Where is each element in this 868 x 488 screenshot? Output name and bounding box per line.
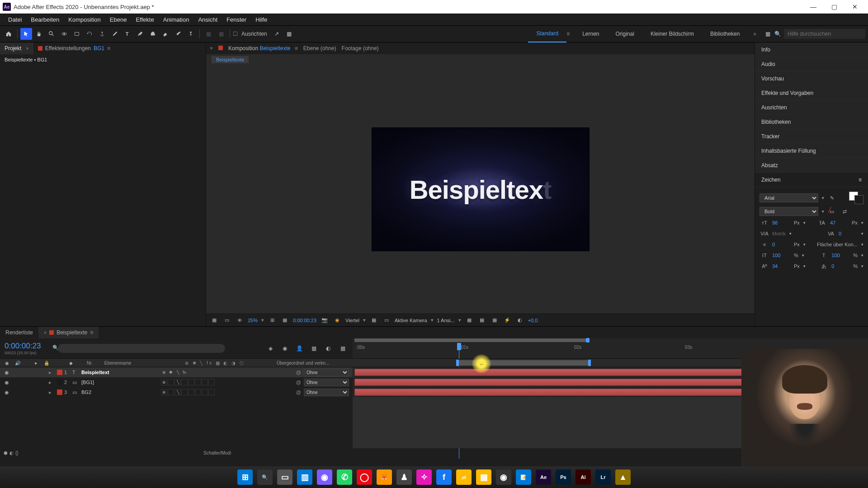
- taskbar-app[interactable]: 📁: [456, 469, 472, 485]
- font-weight-select[interactable]: Bold: [760, 207, 818, 216]
- taskbar-app[interactable]: ✆: [337, 469, 352, 485]
- panel-menu-icon[interactable]: ≡: [295, 45, 298, 52]
- col-number[interactable]: Nr.: [87, 361, 93, 366]
- tab-layer[interactable]: Ebene (ohne): [303, 45, 336, 52]
- views-dropdown[interactable]: 1 Ansi...: [437, 318, 455, 323]
- switches-modes-toggle[interactable]: Schalter/Modi: [19, 450, 416, 455]
- maximize-button[interactable]: ▢: [824, 0, 844, 14]
- exposure-value[interactable]: +0,0: [528, 318, 538, 323]
- out-handle[interactable]: [588, 360, 591, 366]
- panel-inhaltsbasierte-füllung[interactable]: Inhaltsbasierte Füllung: [755, 144, 868, 158]
- exposure-icon[interactable]: ◐: [515, 316, 524, 325]
- menu-bearbeiten[interactable]: Bearbeiten: [26, 16, 64, 23]
- close-icon[interactable]: ×: [26, 46, 28, 51]
- brush-tool[interactable]: [134, 28, 146, 40]
- taskbar-app[interactable]: ◉: [317, 469, 332, 485]
- eye-column-icon[interactable]: ◉: [4, 361, 10, 366]
- clone-tool[interactable]: [147, 28, 159, 40]
- fill-option[interactable]: Fläche über Kon...: [817, 242, 858, 247]
- taskbar-app[interactable]: ▥: [297, 469, 312, 485]
- stroke-width-value[interactable]: 0: [772, 242, 791, 247]
- zoom-tool[interactable]: [46, 28, 57, 40]
- layer-name[interactable]: Beispieltext: [81, 370, 159, 375]
- zoom-dropdown[interactable]: 25%: [248, 318, 258, 323]
- layer-name[interactable]: BG2: [81, 389, 159, 395]
- tab-footage[interactable]: Footage (ohne): [342, 45, 379, 52]
- tab-timeline-comp[interactable]: × Beispieltexte ≡: [38, 327, 99, 338]
- lock-column-icon[interactable]: 🔒: [43, 361, 50, 366]
- taskbar-app[interactable]: ▭: [277, 469, 292, 485]
- parent-select[interactable]: Ohne: [304, 369, 349, 376]
- panel-tracker[interactable]: Tracker: [755, 129, 868, 144]
- grid-icon[interactable]: ⊞: [268, 316, 277, 325]
- taskbar-app[interactable]: ◉: [496, 469, 511, 485]
- kerning-value[interactable]: Metrik: [772, 231, 786, 236]
- col-parent[interactable]: Übergeordnet und verkn...: [277, 361, 349, 366]
- rotate-tool[interactable]: [84, 28, 95, 40]
- shy-icon[interactable]: 👤: [294, 343, 305, 354]
- mask-icon[interactable]: 👁: [235, 316, 244, 325]
- guides-icon[interactable]: ▦: [280, 316, 289, 325]
- anchor-tool[interactable]: [96, 28, 108, 40]
- alpha-icon[interactable]: ▦: [210, 316, 219, 325]
- visibility-toggle[interactable]: ◉: [4, 380, 10, 385]
- comp-breadcrumb[interactable]: Beispieltexte: [212, 56, 249, 63]
- menu-hilfe[interactable]: Hilfe: [251, 16, 272, 23]
- composition-viewer[interactable]: Beispieltext: [206, 65, 755, 314]
- timeline-search[interactable]: [58, 344, 225, 353]
- taskbar-app[interactable]: f: [436, 469, 452, 485]
- text-tool[interactable]: T: [122, 28, 133, 40]
- expand-caret[interactable]: ▸: [49, 389, 55, 395]
- comp-canvas[interactable]: Beispieltext: [372, 128, 589, 251]
- workspace-bibliotheken[interactable]: Bibliotheken: [702, 31, 748, 37]
- home-button[interactable]: [3, 28, 14, 40]
- graph-editor-icon[interactable]: ▦: [337, 343, 348, 354]
- camera-dropdown[interactable]: Aktive Kamera: [395, 318, 427, 323]
- tab-render-queue[interactable]: Renderliste: [0, 327, 38, 338]
- close-icon[interactable]: ×: [210, 45, 213, 52]
- color-swatches[interactable]: [849, 192, 863, 204]
- col-layername[interactable]: Ebenenname: [104, 361, 180, 366]
- workspace-menu-icon[interactable]: ▦: [762, 28, 774, 40]
- minimize-button[interactable]: —: [803, 0, 824, 14]
- font-size-value[interactable]: 98: [772, 220, 791, 225]
- pixel-aspect-icon[interactable]: ▦: [465, 316, 474, 325]
- hscale-value[interactable]: 100: [831, 253, 850, 258]
- 3d-icon[interactable]: ▦: [490, 316, 499, 325]
- snapshot-icon[interactable]: 📷: [320, 316, 329, 325]
- tsume-value[interactable]: 0: [831, 263, 850, 269]
- taskbar-app[interactable]: ♟: [396, 469, 412, 485]
- taskbar-app[interactable]: Ae: [536, 469, 551, 485]
- work-area[interactable]: [354, 338, 590, 342]
- parent-select[interactable]: Ohne: [304, 389, 349, 396]
- taskbar-app[interactable]: ◯: [357, 469, 372, 485]
- layer-row[interactable]: ◉▸1TBeispieltext⊕✱╲fx@Ohne: [0, 367, 868, 377]
- menu-effekte[interactable]: Effekte: [131, 16, 158, 23]
- rect-tool[interactable]: [71, 28, 83, 40]
- panel-audio[interactable]: Audio: [755, 57, 868, 71]
- no-stroke-icon[interactable]: ▭╱: [827, 207, 837, 216]
- visibility-toggle[interactable]: ◉: [4, 370, 10, 375]
- workspace-standard[interactable]: Standard: [528, 25, 566, 42]
- close-icon[interactable]: ×: [44, 330, 47, 335]
- motion-blur-icon[interactable]: ◐: [323, 343, 334, 354]
- swap-icon[interactable]: ⇄: [840, 207, 849, 216]
- taskbar-app[interactable]: 📝: [516, 469, 531, 485]
- panel-effekte-und-vorgaben[interactable]: Effekte und Vorgaben: [755, 86, 868, 100]
- vscale-value[interactable]: 100: [772, 253, 791, 258]
- panel-character[interactable]: Zeichen ≡: [755, 173, 868, 187]
- selection-tool[interactable]: [20, 28, 32, 40]
- menu-animation[interactable]: Animation: [159, 16, 194, 23]
- viewer-timecode[interactable]: 0:00:00:23: [293, 318, 316, 323]
- panel-menu-icon[interactable]: ≡: [859, 177, 862, 183]
- menu-fenster[interactable]: Fenster: [222, 16, 251, 23]
- pickwhip-icon[interactable]: @: [296, 370, 301, 375]
- expand-caret[interactable]: ▸: [49, 380, 55, 385]
- tab-composition[interactable]: Komposition Beispieltexte ≡: [228, 45, 298, 52]
- eraser-tool[interactable]: [160, 28, 171, 40]
- solo-column-icon[interactable]: ●: [33, 361, 39, 366]
- label-color[interactable]: [57, 389, 62, 395]
- tab-project[interactable]: Projekt ×: [0, 42, 33, 54]
- taskbar-app[interactable]: ▦: [476, 469, 491, 485]
- snap-label[interactable]: Ausrichten: [241, 31, 267, 37]
